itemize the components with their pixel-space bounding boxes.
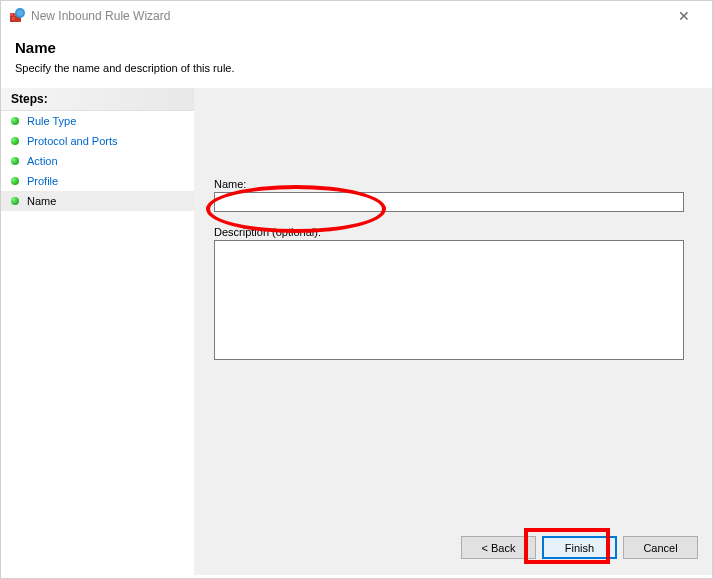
- bullet-icon: [11, 137, 19, 145]
- svg-rect-3: [12, 17, 15, 20]
- step-label: Rule Type: [27, 115, 76, 127]
- close-button[interactable]: ✕: [664, 8, 704, 24]
- step-rule-type[interactable]: Rule Type: [1, 111, 194, 131]
- titlebar: New Inbound Rule Wizard ✕: [1, 1, 712, 31]
- main-panel: Name: Description (optional): < Back Fin…: [194, 88, 712, 575]
- page-title: Name: [15, 39, 698, 56]
- step-action[interactable]: Action: [1, 151, 194, 171]
- back-button[interactable]: < Back: [461, 536, 536, 559]
- step-label: Name: [27, 195, 56, 207]
- steps-sidebar: Steps: Rule Type Protocol and Ports Acti…: [1, 88, 194, 575]
- step-profile[interactable]: Profile: [1, 171, 194, 191]
- step-label: Action: [27, 155, 58, 167]
- description-label: Description (optional):: [214, 226, 684, 238]
- page-subtitle: Specify the name and description of this…: [15, 62, 698, 74]
- button-row: < Back Finish Cancel: [461, 536, 698, 559]
- firewall-icon: [9, 8, 25, 24]
- step-label: Profile: [27, 175, 58, 187]
- svg-point-5: [17, 10, 23, 16]
- steps-header: Steps:: [1, 88, 194, 111]
- bullet-icon: [11, 117, 19, 125]
- name-input[interactable]: [214, 192, 684, 212]
- cancel-button[interactable]: Cancel: [623, 536, 698, 559]
- bullet-icon: [11, 177, 19, 185]
- svg-rect-1: [10, 13, 13, 16]
- window-title: New Inbound Rule Wizard: [31, 9, 664, 23]
- name-label: Name:: [214, 178, 684, 190]
- bullet-icon: [11, 197, 19, 205]
- finish-button[interactable]: Finish: [542, 536, 617, 559]
- wizard-header: Name Specify the name and description of…: [1, 31, 712, 88]
- description-input[interactable]: [214, 240, 684, 360]
- step-name[interactable]: Name: [1, 191, 194, 211]
- bullet-icon: [11, 157, 19, 165]
- step-protocol-ports[interactable]: Protocol and Ports: [1, 131, 194, 151]
- step-label: Protocol and Ports: [27, 135, 118, 147]
